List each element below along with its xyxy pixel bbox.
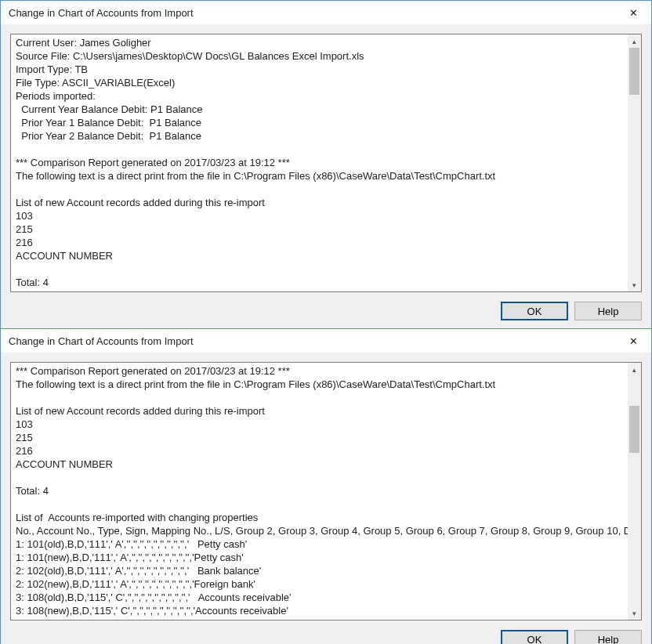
chevron-up-icon: ▴ bbox=[632, 38, 636, 45]
dialog-window-2: Change in Chart of Accounts from Import … bbox=[0, 329, 652, 644]
report-textbox[interactable]: *** Comparison Report generated on 2017/… bbox=[10, 362, 642, 620]
chevron-down-icon: ▾ bbox=[632, 281, 636, 289]
scroll-thumb[interactable] bbox=[629, 406, 639, 453]
vertical-scrollbar[interactable]: ▴ ▾ bbox=[628, 363, 641, 620]
client-area: *** Comparison Report generated on 2017/… bbox=[1, 353, 651, 644]
vertical-scrollbar[interactable]: ▴ ▾ bbox=[628, 34, 641, 291]
scroll-down-button[interactable]: ▾ bbox=[628, 606, 641, 620]
scroll-track[interactable] bbox=[628, 376, 641, 606]
report-text: Current User: James Goligher Source File… bbox=[11, 34, 641, 291]
button-row: OK Help bbox=[10, 628, 642, 644]
close-button[interactable]: ✕ bbox=[616, 1, 651, 24]
client-area: Current User: James Goligher Source File… bbox=[1, 24, 651, 328]
help-button[interactable]: Help bbox=[574, 302, 642, 320]
ok-button[interactable]: OK bbox=[501, 630, 568, 644]
scroll-track[interactable] bbox=[628, 48, 641, 278]
titlebar: Change in Chart of Accounts from Import … bbox=[1, 329, 651, 353]
window-title: Change in Chart of Accounts from Import bbox=[9, 335, 194, 347]
chevron-up-icon: ▴ bbox=[632, 366, 636, 374]
titlebar: Change in Chart of Accounts from Import … bbox=[1, 1, 651, 24]
ok-button[interactable]: OK bbox=[501, 302, 568, 320]
chevron-down-icon: ▾ bbox=[632, 610, 636, 617]
report-textbox[interactable]: Current User: James Goligher Source File… bbox=[10, 34, 642, 292]
help-button[interactable]: Help bbox=[574, 630, 642, 644]
scroll-down-button[interactable]: ▾ bbox=[628, 278, 641, 291]
scroll-up-button[interactable]: ▴ bbox=[628, 363, 641, 376]
close-icon: ✕ bbox=[629, 335, 638, 347]
scroll-thumb[interactable] bbox=[629, 48, 639, 95]
button-row: OK Help bbox=[10, 300, 642, 320]
dialog-window-1: Change in Chart of Accounts from Import … bbox=[0, 0, 652, 329]
close-icon: ✕ bbox=[629, 7, 638, 19]
close-button[interactable]: ✕ bbox=[616, 329, 651, 353]
report-text: *** Comparison Report generated on 2017/… bbox=[11, 363, 641, 620]
scroll-up-button[interactable]: ▴ bbox=[628, 34, 641, 48]
window-title: Change in Chart of Accounts from Import bbox=[9, 7, 194, 19]
